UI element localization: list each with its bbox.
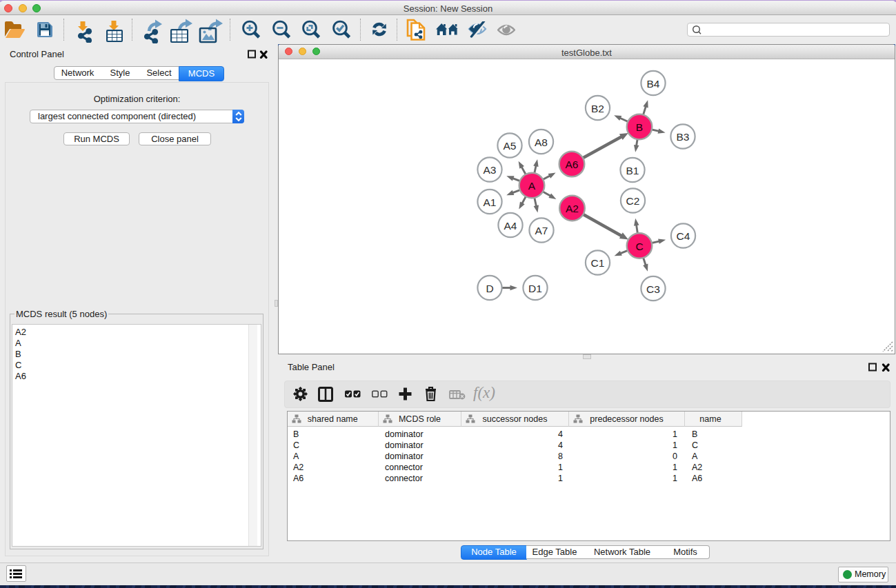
svg-text:B1: B1 xyxy=(626,165,639,176)
svg-text:B2: B2 xyxy=(591,103,604,114)
svg-text:C3: C3 xyxy=(646,283,660,295)
svg-text:B: B xyxy=(636,121,643,133)
svg-text:D: D xyxy=(486,283,493,294)
svg-text:C2: C2 xyxy=(626,195,640,207)
svg-text:A5: A5 xyxy=(504,140,517,152)
svg-text:A3: A3 xyxy=(484,164,497,176)
svg-text:C: C xyxy=(635,241,643,252)
svg-text:A: A xyxy=(528,180,536,192)
svg-text:A8: A8 xyxy=(535,136,548,148)
svg-text:A4: A4 xyxy=(504,220,517,232)
svg-text:C4: C4 xyxy=(677,230,690,242)
svg-text:A7: A7 xyxy=(535,225,548,236)
svg-text:B3: B3 xyxy=(677,131,690,143)
svg-text:A1: A1 xyxy=(484,196,497,208)
svg-text:B4: B4 xyxy=(647,78,660,90)
svg-text:D1: D1 xyxy=(528,283,542,294)
svg-text:A2: A2 xyxy=(566,203,579,214)
svg-text:C1: C1 xyxy=(591,257,605,269)
svg-text:A6: A6 xyxy=(566,159,579,170)
